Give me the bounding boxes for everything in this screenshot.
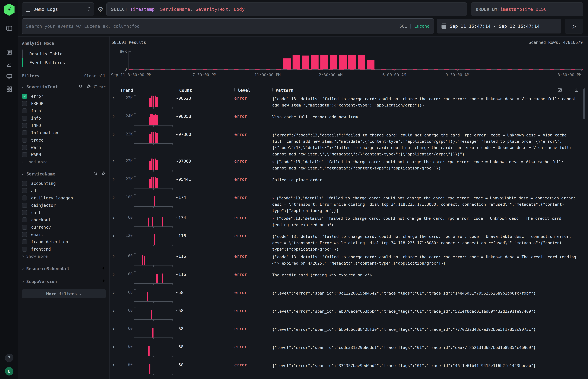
filter-option[interactable]: frontend [22, 245, 106, 253]
col-trend[interactable]: Trend [120, 88, 134, 93]
filter-option[interactable]: ad [22, 187, 106, 194]
events-histogram[interactable]: 80K 0 [128, 51, 583, 70]
dashboard-grid-icon[interactable] [7, 86, 12, 92]
checkbox[interactable] [22, 225, 27, 230]
more-filters-button[interactable]: More filters [22, 289, 106, 298]
checkbox[interactable] [22, 195, 27, 201]
pattern-cell[interactable]: {"code":13,"details":"failed to charge c… [272, 94, 587, 108]
filter-option[interactable]: artillery-loadgen [22, 194, 106, 202]
histogram-bar[interactable] [320, 55, 328, 69]
col-count[interactable]: Count [176, 88, 234, 93]
resource-schema-url-section[interactable]: ResourceSchemaUrl [22, 265, 106, 273]
histogram-bar[interactable] [302, 56, 309, 69]
checkbox[interactable] [22, 203, 27, 208]
pattern-row[interactable]: › 60 ~58 error {"level":"error","span_id… [112, 289, 587, 307]
checkbox[interactable] [22, 138, 27, 142]
pattern-cell[interactable]: {"code":13,"details":"failed to charge c… [272, 252, 587, 266]
pattern-row[interactable]: › 60 ~58 error {"level":"error","span_id… [112, 325, 587, 343]
pattern-row[interactable]: › 24K ~98058 error Visa cache full: cann… [112, 112, 587, 130]
severity-load-more[interactable]: Load more [22, 158, 106, 165]
checkbox[interactable] [22, 247, 27, 252]
checkbox[interactable] [22, 130, 27, 135]
pattern-row[interactable]: › 60 ~116 error {"code":13,"details":"fa… [112, 252, 587, 270]
line-wrap-icon[interactable] [566, 88, 570, 93]
filter-option[interactable]: checkout [22, 216, 106, 223]
pattern-cell[interactable]: ×{"code":13,"details":"failed to charge … [272, 157, 587, 171]
pin-icon[interactable] [101, 266, 106, 271]
download-icon[interactable] [574, 88, 578, 93]
clear-all-link[interactable]: Clear all [84, 74, 106, 78]
filter-option[interactable]: warn [22, 144, 106, 151]
expand-row-icon[interactable]: › [112, 175, 120, 182]
checkbox[interactable] [22, 210, 27, 215]
pattern-cell[interactable]: {"level":"error","span_id":"0c11220615ba… [272, 289, 587, 296]
query-language-toggle[interactable]: SQL | Lucene [399, 24, 430, 29]
pattern-cell[interactable]: {"level":"error","span_id":"6b64c6c58842… [272, 325, 587, 332]
filter-option[interactable]: info [22, 114, 106, 122]
filter-option[interactable]: error [22, 93, 106, 100]
checkbox[interactable] [22, 116, 27, 121]
filter-option[interactable]: trace [22, 136, 106, 144]
service-show-more[interactable]: Show more [22, 253, 106, 260]
checkbox[interactable] [22, 109, 27, 113]
histogram-bar[interactable] [358, 55, 365, 69]
expand-row-icon[interactable]: › [112, 130, 120, 137]
pattern-cell[interactable]: ×{"code":13,"details":"failed to charge … [272, 193, 587, 214]
histogram-bar[interactable] [293, 55, 300, 69]
pattern-row[interactable]: › 180 ~174 error ×{"code":13,"details":"… [112, 193, 587, 214]
expand-row-icon[interactable]: › [112, 157, 120, 164]
histogram-bar[interactable] [348, 55, 356, 69]
histogram-bar[interactable] [311, 55, 319, 69]
expand-row-icon[interactable]: › [112, 193, 120, 200]
pattern-row[interactable]: › 22K ~98523 error {"code":13,"details":… [112, 94, 587, 112]
col-pattern[interactable]: Pattern [272, 88, 587, 93]
panel-toggle-icon[interactable] [6, 26, 12, 31]
pattern-row[interactable]: › 22K ~97360 error {"error":{"code":13,"… [112, 130, 587, 157]
source-select[interactable]: Demo Logs [22, 2, 94, 16]
pattern-row[interactable]: › 60 ~58 error {"level":"error","span_id… [112, 361, 587, 379]
filter-option[interactable]: cart [22, 209, 106, 216]
pattern-cell[interactable]: {"level":"error","span_id":"334357bae9ed… [272, 361, 587, 369]
expand-row-icon[interactable]: › [112, 289, 120, 295]
search-input[interactable] [26, 24, 399, 29]
histogram-bar[interactable] [330, 55, 337, 69]
mode-event-patterns[interactable]: Event Patterns [22, 58, 106, 67]
expand-row-icon[interactable]: › [112, 307, 120, 313]
expand-row-icon[interactable]: › [112, 252, 120, 259]
filter-option[interactable]: accounting [22, 180, 106, 187]
checkbox[interactable] [22, 94, 27, 99]
filter-option[interactable]: email [22, 231, 106, 238]
checkbox[interactable] [22, 152, 27, 157]
date-range-picker[interactable]: Sep 11 15:47:14 - Sep 12 15:47:14 [437, 19, 561, 33]
checkbox[interactable] [22, 239, 27, 244]
pattern-cell[interactable]: {"level":"error","span_id":"cddc331329e6… [272, 343, 587, 351]
filter-option[interactable]: currency [22, 223, 106, 231]
pin-icon[interactable] [101, 279, 106, 284]
histogram-bar[interactable] [367, 60, 374, 69]
monitor-icon[interactable] [6, 74, 12, 80]
pattern-cell[interactable]: Visa cache full: cannot add new item. [272, 112, 587, 120]
expand-row-icon[interactable]: › [112, 112, 120, 119]
format-json-icon[interactable] [558, 88, 562, 93]
filter-option[interactable]: INFO [22, 122, 106, 129]
checkbox[interactable] [22, 123, 27, 128]
pattern-row[interactable]: › 60 ~174 error ×{"code":13,"details":"f… [112, 214, 587, 232]
app-logo-icon[interactable]: ⚡ [4, 3, 15, 16]
severity-section-header[interactable]: SeverityText Clear [22, 83, 106, 91]
pattern-cell[interactable]: {"error":{"code":13,"details":"failed to… [272, 130, 587, 157]
pattern-cell[interactable]: ×{"code":13,"details":"failed to charge … [272, 214, 587, 228]
mode-lucene[interactable]: Lucene [414, 24, 430, 29]
service-section-header[interactable]: ServiceName [22, 170, 106, 178]
scrollbar-thumb[interactable] [583, 88, 585, 119]
col-level[interactable]: level [234, 88, 272, 93]
pattern-row[interactable]: › 60 ~58 error {"level":"error","span_id… [112, 343, 587, 361]
mode-sql[interactable]: SQL [399, 24, 407, 29]
chart-icon[interactable] [7, 62, 12, 67]
filter-option[interactable]: ERROR [22, 100, 106, 107]
expand-row-icon[interactable]: › [112, 361, 120, 368]
expand-row-icon[interactable]: › [112, 232, 120, 238]
filter-option[interactable]: Information [22, 129, 106, 136]
filter-option[interactable]: cainjector [22, 202, 106, 209]
mode-results-table[interactable]: Results Table [22, 49, 106, 58]
checkbox[interactable] [22, 181, 27, 186]
